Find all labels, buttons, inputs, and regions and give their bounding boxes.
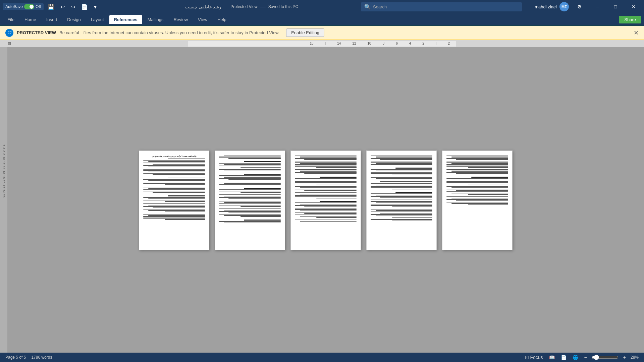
title-bar-right: mahdi ziaei MZ ⚙ ─ □ ✕: [522, 0, 641, 13]
ruler-mark-14: 14: [334, 42, 343, 45]
tab-design[interactable]: Design: [62, 15, 85, 24]
page-num-26: 26: [2, 194, 5, 197]
user-avatar[interactable]: MZ: [559, 2, 569, 11]
more-commands-button[interactable]: ▾: [92, 2, 99, 11]
tab-mailings[interactable]: Mailings: [143, 15, 168, 24]
tab-insert[interactable]: Insert: [42, 15, 62, 24]
autosave-knob: [30, 5, 34, 9]
web-layout-button[interactable]: 🌐: [571, 354, 580, 361]
ruler-mark-sep2: |: [433, 42, 439, 45]
ruler-mark-12: 12: [350, 42, 359, 45]
doc-separator2: —: [260, 4, 266, 10]
search-icon: 🔍: [364, 4, 371, 10]
ruler-mark-2: 2: [420, 42, 427, 45]
page-num-4: 4: [2, 147, 5, 149]
page-num-14: 14: [2, 166, 5, 169]
redo-button[interactable]: ↪: [69, 2, 77, 11]
tab-references[interactable]: References: [109, 15, 142, 24]
search-box[interactable]: 🔍: [361, 2, 522, 11]
page1-title: رفاه عاطفی چیست؟ فرآیند مرور بروز عاطفی …: [143, 156, 205, 157]
tab-layout[interactable]: Layout: [86, 15, 109, 24]
save-status: Saved to this PC: [268, 4, 298, 9]
focus-button[interactable]: ⊡ Focus: [524, 354, 544, 361]
print-layout-icon: 📄: [561, 355, 567, 360]
p2-heading4: [244, 220, 281, 221]
doc-separator: —: [224, 4, 228, 9]
user-name: mahdi ziaei: [535, 4, 557, 9]
ribbon-tabs: File Home Insert Design Layout Reference…: [0, 13, 644, 25]
p2-heading3: [244, 188, 281, 189]
protected-label: PROTECTED VIEW: [17, 30, 56, 35]
settings-button[interactable]: ⚙: [572, 0, 587, 13]
page4-content: [371, 156, 432, 222]
view-mode: Protected View: [230, 4, 258, 9]
save-button[interactable]: 💾: [46, 2, 56, 11]
ruler-mark-2b: 2: [445, 42, 452, 45]
tab-home[interactable]: Home: [20, 15, 41, 24]
shield-icon: 🛡: [5, 29, 13, 37]
page-num-2: 2: [2, 144, 5, 146]
p4-heading1: [395, 168, 432, 169]
p1-heading1: [168, 159, 205, 160]
page-num-6: 6: [2, 150, 5, 152]
enable-editing-button[interactable]: Enable Editing: [286, 28, 324, 37]
ruler-mark-8: 8: [380, 42, 387, 45]
p3-heading1: [320, 177, 357, 178]
focus-icon: ⊡: [525, 355, 529, 360]
doc-page-5: [442, 150, 513, 250]
zoom-in-button[interactable]: +: [622, 354, 627, 361]
autosave-area[interactable]: AutoSave Off: [3, 3, 44, 10]
p3-heading2: [320, 201, 357, 202]
ruler-bar: 18 | 14 12 10 8 6 4 2 | 2: [188, 40, 456, 47]
banner-close-button[interactable]: ✕: [634, 29, 639, 37]
ruler-left-handle: [7, 40, 11, 47]
doc-page-4: [366, 150, 437, 250]
page-num-18: 18: [2, 175, 5, 179]
page-num-24: 24: [2, 189, 5, 193]
close-button[interactable]: ✕: [626, 0, 641, 13]
zoom-level: 28%: [631, 355, 639, 360]
title-bar: AutoSave Off 💾 ↩ ↪ 📄 ▾ رشد عاطفی چیست — …: [0, 0, 644, 13]
tab-file[interactable]: File: [3, 15, 19, 24]
share-button[interactable]: Share: [619, 16, 641, 23]
p5-heading1: [471, 177, 508, 178]
web-layout-icon: 🌐: [573, 355, 578, 360]
autosave-state: Off: [36, 4, 41, 9]
p1-heading3: [168, 195, 205, 196]
zoom-slider[interactable]: [592, 355, 619, 360]
read-mode-icon: 📖: [549, 355, 555, 360]
ruler-mark-10: 10: [365, 42, 374, 45]
p2-heading1: [244, 161, 281, 162]
new-doc-button[interactable]: 📄: [79, 2, 90, 11]
ruler-mark-sep: |: [322, 42, 329, 45]
page-numbers-sidebar: 2 4 6 8 10 12 14 16 18 20 22 24 26: [0, 47, 7, 353]
page-num-20: 20: [2, 180, 5, 183]
search-input[interactable]: [373, 4, 519, 9]
minimize-button[interactable]: ─: [590, 0, 605, 13]
p2-heading2: [244, 174, 281, 175]
protected-message: Be careful—files from the Internet can c…: [59, 30, 279, 35]
page-info: Page 5 of 5: [5, 355, 26, 360]
page-num-16: 16: [2, 171, 5, 174]
print-layout-button[interactable]: 📄: [559, 354, 568, 361]
focus-label: Focus: [530, 355, 543, 360]
status-right: ⊡ Focus 📖 📄 🌐 − + 28%: [524, 354, 639, 361]
doc-page-3: [290, 150, 361, 250]
page-num-8: 8: [2, 154, 5, 155]
document-area: 2 4 6 8 10 12 14 16 18 20 22 24 26 رفاه …: [0, 47, 644, 353]
zoom-out-button[interactable]: −: [583, 354, 588, 361]
page1-content: [143, 159, 205, 220]
doc-page-2: [215, 150, 285, 250]
undo-button[interactable]: ↩: [58, 2, 67, 11]
tab-view[interactable]: View: [193, 15, 212, 24]
tab-help[interactable]: Help: [213, 15, 231, 24]
autosave-toggle[interactable]: [24, 4, 34, 9]
restore-button[interactable]: □: [608, 0, 623, 13]
pages-container: رفاه عاطفی چیست؟ فرآیند مرور بروز عاطفی …: [7, 47, 644, 353]
word-count: 1786 words: [31, 355, 52, 360]
tab-review[interactable]: Review: [169, 15, 193, 24]
doc-page-1: رفاه عاطفی چیست؟ فرآیند مرور بروز عاطفی …: [139, 150, 209, 250]
page-num-22: 22: [2, 185, 5, 188]
read-mode-button[interactable]: 📖: [548, 354, 556, 361]
doc-title: رشد عاطفی چیست: [185, 4, 221, 9]
